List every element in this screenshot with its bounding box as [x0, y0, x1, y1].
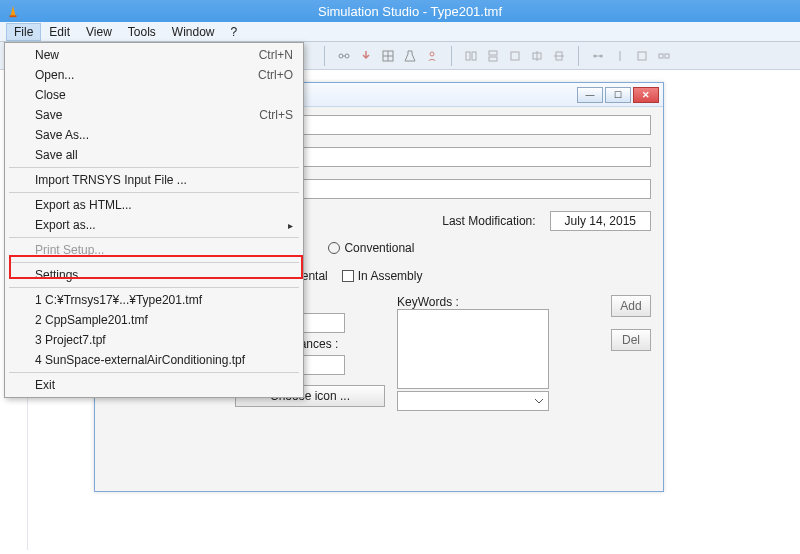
file-menu-dropdown: NewCtrl+NOpen...Ctrl+OCloseSaveCtrl+SSav… [4, 42, 304, 398]
toolbar-separator [451, 46, 452, 66]
radio-conventional[interactable]: Conventional [328, 241, 414, 255]
svg-rect-9 [466, 52, 470, 60]
toolbar-down-icon[interactable] [356, 46, 376, 66]
menu-separator [9, 287, 299, 288]
toolbar-dist1-icon[interactable] [588, 46, 608, 66]
svg-rect-11 [489, 51, 497, 55]
menu-item-close[interactable]: Close [7, 85, 301, 105]
toolbar-flask-icon[interactable] [400, 46, 420, 66]
menu-separator [9, 192, 299, 193]
menu-separator [9, 372, 299, 373]
svg-rect-12 [489, 57, 497, 61]
toolbar-run-icon[interactable] [422, 46, 442, 66]
svg-rect-22 [638, 52, 646, 60]
add-keyword-button[interactable]: Add [611, 295, 651, 317]
menu-item-print-setup: Print Setup... [7, 240, 301, 260]
menu-separator [9, 262, 299, 263]
menu-item-save-all[interactable]: Save all [7, 145, 301, 165]
menu-item-open[interactable]: Open...Ctrl+O [7, 65, 301, 85]
toolbar-link-icon[interactable] [334, 46, 354, 66]
keywords-list[interactable] [397, 309, 549, 389]
svg-rect-13 [511, 52, 519, 60]
svg-marker-0 [10, 6, 15, 17]
menu-tools[interactable]: Tools [120, 23, 164, 41]
menu-view[interactable]: View [78, 23, 120, 41]
toolbar-align3-icon[interactable] [505, 46, 525, 66]
maximize-button[interactable]: ☐ [605, 87, 631, 103]
del-keyword-button[interactable]: Del [611, 329, 651, 351]
toolbar-table-icon[interactable] [378, 46, 398, 66]
svg-rect-1 [10, 15, 17, 17]
menu-separator [9, 237, 299, 238]
toolbar-align2-icon[interactable] [483, 46, 503, 66]
chevron-down-icon [533, 395, 545, 407]
svg-rect-10 [472, 52, 476, 60]
svg-rect-23 [659, 54, 663, 58]
menu-item-import-trnsys-input-file[interactable]: Import TRNSYS Input File ... [7, 170, 301, 190]
minimize-button[interactable]: — [577, 87, 603, 103]
toolbar-align5-icon[interactable] [549, 46, 569, 66]
svg-point-20 [600, 54, 603, 57]
last-mod-label: Last Modification: [442, 214, 535, 228]
svg-point-2 [339, 54, 343, 58]
svg-point-3 [345, 54, 349, 58]
menu-item-new[interactable]: NewCtrl+N [7, 45, 301, 65]
menu-bar: File Edit View Tools Window ? [0, 22, 800, 42]
check-in-assembly[interactable]: In Assembly [342, 269, 423, 283]
keywords-label: KeyWords : [397, 295, 599, 309]
menu-file[interactable]: File [6, 23, 41, 41]
menu-item-3-project7-tpf[interactable]: 3 Project7.tpf [7, 330, 301, 350]
menu-item-export-as-html[interactable]: Export as HTML... [7, 195, 301, 215]
menu-item-2-cppsample201-tmf[interactable]: 2 CppSample201.tmf [7, 310, 301, 330]
menu-item-export-as[interactable]: Export as... [7, 215, 301, 235]
app-cone-icon [6, 4, 20, 18]
svg-point-8 [430, 52, 434, 56]
svg-point-19 [594, 54, 597, 57]
toolbar-align1-icon[interactable] [461, 46, 481, 66]
toolbar-separator [324, 46, 325, 66]
menu-help[interactable]: ? [223, 23, 246, 41]
window-title-bar: Simulation Studio - Type201.tmf [0, 0, 800, 22]
toolbar-align4-icon[interactable] [527, 46, 547, 66]
close-button[interactable]: ✕ [633, 87, 659, 103]
menu-window[interactable]: Window [164, 23, 223, 41]
menu-item-4-sunspace-externalairconditioning-tpf[interactable]: 4 SunSpace-externalAirConditioning.tpf [7, 350, 301, 370]
last-mod-value: July 14, 2015 [550, 211, 651, 231]
toolbar-dist3-icon[interactable] [632, 46, 652, 66]
toolbar-dist4-icon[interactable] [654, 46, 674, 66]
toolbar-dist2-icon[interactable] [610, 46, 630, 66]
menu-item-save-as[interactable]: Save As... [7, 125, 301, 145]
menu-separator [9, 167, 299, 168]
menu-edit[interactable]: Edit [41, 23, 78, 41]
menu-item-1-c-trnsys17-type201-tmf[interactable]: 1 C:¥Trnsys17¥...¥Type201.tmf [7, 290, 301, 310]
menu-item-exit[interactable]: Exit [7, 375, 301, 395]
window-title: Simulation Studio - Type201.tmf [26, 4, 794, 19]
menu-item-settings[interactable]: Settings... [7, 265, 301, 285]
svg-rect-24 [665, 54, 669, 58]
keywords-dropdown[interactable] [397, 391, 549, 411]
menu-item-save[interactable]: SaveCtrl+S [7, 105, 301, 125]
toolbar-separator [578, 46, 579, 66]
